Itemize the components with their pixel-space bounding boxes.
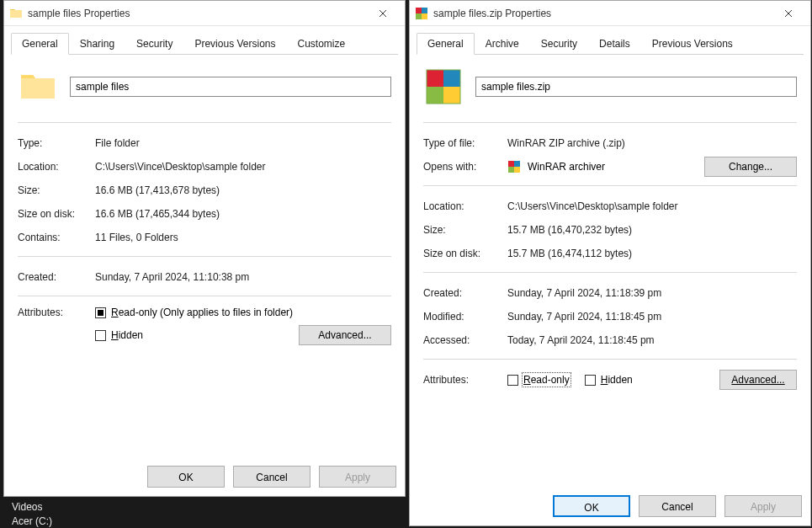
winrar-icon bbox=[415, 7, 428, 20]
cancel-button[interactable]: Cancel bbox=[639, 495, 716, 517]
value-created: Sunday, 7 April 2024, 11:18:39 pm bbox=[507, 287, 661, 299]
ok-button[interactable]: OK bbox=[553, 495, 630, 517]
close-button[interactable] bbox=[772, 2, 805, 25]
titlebar: sample files.zip Properties bbox=[410, 1, 810, 26]
properties-dialog-zip: sample files.zip Properties General Arch… bbox=[409, 0, 811, 526]
label-readonly: Read-only (Only applies to files in fold… bbox=[111, 307, 293, 318]
tab-sharing[interactable]: Sharing bbox=[69, 33, 125, 54]
svg-rect-6 bbox=[427, 87, 443, 104]
svg-rect-4 bbox=[427, 70, 443, 87]
value-created: Sunday, 7 April 2024, 11:10:38 pm bbox=[95, 271, 249, 283]
label-contains: Contains: bbox=[18, 232, 95, 243]
value-location: C:\Users\Vince\Desktop\sample folder bbox=[507, 200, 678, 212]
value-opens-with: WinRAR archiver bbox=[528, 161, 704, 173]
value-size-on-disk: 15.7 MB (16,474,112 bytes) bbox=[507, 248, 632, 259]
explorer-item-videos[interactable]: Videos bbox=[12, 501, 42, 513]
general-panel: Type:File folder Location:C:\Users\Vince… bbox=[4, 55, 405, 456]
checkbox-readonly[interactable] bbox=[95, 307, 106, 318]
svg-rect-7 bbox=[443, 87, 460, 104]
name-input[interactable] bbox=[475, 77, 797, 97]
close-icon bbox=[784, 9, 793, 18]
ok-button[interactable]: OK bbox=[147, 466, 225, 488]
label-attributes: Attributes: bbox=[423, 374, 507, 386]
svg-rect-2 bbox=[416, 13, 422, 19]
label-location: Location: bbox=[423, 200, 507, 212]
svg-rect-1 bbox=[422, 8, 427, 13]
value-location: C:\Users\Vince\Desktop\sample folder bbox=[95, 161, 266, 173]
tab-security[interactable]: Security bbox=[125, 33, 183, 54]
change-button[interactable]: Change... bbox=[704, 157, 797, 177]
dialog-footer: OK Cancel Apply bbox=[410, 486, 810, 525]
tab-customize[interactable]: Customize bbox=[286, 33, 356, 54]
checkbox-readonly[interactable] bbox=[507, 375, 518, 386]
tab-general[interactable]: General bbox=[11, 33, 69, 55]
svg-rect-0 bbox=[416, 8, 422, 13]
general-panel: Type of file:WinRAR ZIP archive (.zip) O… bbox=[410, 55, 810, 486]
close-button[interactable] bbox=[366, 2, 400, 25]
label-readonly: Read-only bbox=[523, 374, 570, 386]
value-contains: 11 Files, 0 Folders bbox=[95, 232, 178, 243]
close-icon bbox=[379, 9, 387, 18]
tab-general[interactable]: General bbox=[417, 33, 475, 55]
advanced-button[interactable]: Advanced... bbox=[299, 325, 391, 345]
properties-dialog-folder: sample files Properties General Sharing … bbox=[3, 0, 406, 497]
tab-details[interactable]: Details bbox=[588, 33, 641, 54]
value-size: 16.6 MB (17,413,678 bytes) bbox=[95, 184, 220, 196]
label-type-of-file: Type of file: bbox=[423, 137, 507, 149]
tab-archive[interactable]: Archive bbox=[475, 33, 530, 54]
window-title: sample files.zip Properties bbox=[433, 8, 772, 19]
label-hidden: Hidden bbox=[111, 329, 143, 341]
value-accessed: Today, 7 April 2024, 11:18:45 pm bbox=[507, 334, 655, 346]
label-accessed: Accessed: bbox=[423, 334, 507, 346]
label-size-on-disk: Size on disk: bbox=[423, 248, 507, 259]
winrar-large-icon bbox=[423, 67, 464, 107]
tab-previous-versions[interactable]: Previous Versions bbox=[183, 33, 286, 54]
apply-button: Apply bbox=[724, 495, 802, 517]
name-input[interactable] bbox=[70, 77, 391, 97]
folder-large-icon bbox=[18, 67, 58, 107]
value-type-of-file: WinRAR ZIP archive (.zip) bbox=[507, 137, 625, 149]
label-modified: Modified: bbox=[423, 311, 507, 323]
svg-rect-5 bbox=[443, 70, 460, 87]
cancel-button[interactable]: Cancel bbox=[233, 466, 310, 488]
value-type: File folder bbox=[95, 137, 140, 149]
svg-rect-10 bbox=[514, 161, 520, 167]
checkbox-hidden[interactable] bbox=[585, 375, 596, 386]
dialog-footer: OK Cancel Apply bbox=[4, 456, 405, 496]
label-created: Created: bbox=[423, 287, 507, 299]
checkbox-hidden[interactable] bbox=[95, 330, 106, 341]
svg-rect-9 bbox=[508, 161, 514, 167]
label-size: Size: bbox=[423, 224, 507, 236]
label-type: Type: bbox=[18, 137, 95, 149]
label-location: Location: bbox=[18, 161, 95, 173]
value-size-on-disk: 16.6 MB (17,465,344 bytes) bbox=[95, 208, 220, 220]
tab-security[interactable]: Security bbox=[530, 33, 588, 54]
titlebar: sample files Properties bbox=[4, 1, 405, 26]
explorer-item-drive[interactable]: Acer (C:) bbox=[12, 515, 52, 527]
advanced-button[interactable]: Advanced... bbox=[719, 370, 797, 390]
value-size: 15.7 MB (16,470,232 bytes) bbox=[507, 224, 632, 236]
label-size-on-disk: Size on disk: bbox=[18, 208, 95, 220]
svg-rect-11 bbox=[508, 167, 514, 173]
value-modified: Sunday, 7 April 2024, 11:18:45 pm bbox=[507, 311, 661, 323]
label-opens-with: Opens with: bbox=[423, 161, 507, 173]
folder-icon bbox=[9, 7, 23, 20]
tab-previous-versions[interactable]: Previous Versions bbox=[641, 33, 744, 54]
svg-rect-12 bbox=[514, 167, 520, 173]
window-title: sample files Properties bbox=[28, 8, 366, 19]
winrar-small-icon bbox=[507, 160, 521, 173]
apply-button: Apply bbox=[319, 466, 396, 488]
tabstrip: General Archive Security Details Previou… bbox=[410, 26, 810, 54]
label-size: Size: bbox=[18, 184, 95, 196]
label-created: Created: bbox=[18, 271, 95, 283]
tabstrip: General Sharing Security Previous Versio… bbox=[4, 26, 405, 54]
label-attributes: Attributes: bbox=[18, 307, 95, 318]
svg-rect-3 bbox=[422, 13, 427, 19]
label-hidden: Hidden bbox=[601, 374, 633, 386]
